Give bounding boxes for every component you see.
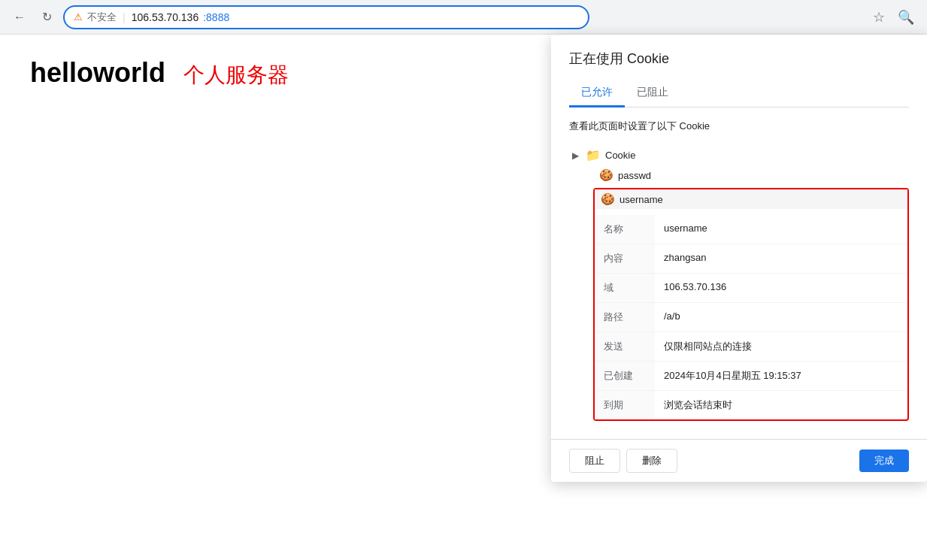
panel-header: 正在使用 Cookie 已允许 已阻止 <box>551 35 927 107</box>
warning-icon: ⚠ <box>74 11 83 23</box>
panel-footer: 阻止 删除 完成 <box>551 439 927 482</box>
cookie-icon-passwd: 🍪 <box>599 168 613 182</box>
back-icon: ← <box>14 11 26 24</box>
search-button[interactable]: 🔍 <box>894 5 918 29</box>
cookie-tree: ▶ 📁 Cookie 🍪 passwd 🍪 userna <box>569 145 909 421</box>
cookie-item-username-label: username <box>620 194 663 205</box>
url-port: :8888 <box>203 11 229 23</box>
detail-row-send: 发送 仅限相同站点的连接 <box>595 332 907 362</box>
detail-label-domain: 域 <box>595 274 655 302</box>
reload-icon: ↻ <box>42 10 52 24</box>
detail-label-expires: 到期 <box>595 391 655 419</box>
selected-group: 🍪 username 名称 username 内容 zhangsan <box>593 188 909 421</box>
panel-tabs: 已允许 已阻止 <box>569 80 909 107</box>
detail-label-created: 已创建 <box>595 362 655 390</box>
folder-icon: 📁 <box>586 148 601 162</box>
bookmark-icon: ☆ <box>873 9 885 26</box>
back-button[interactable]: ← <box>9 7 30 28</box>
detail-row-expires: 到期 浏览会话结束时 <box>595 391 907 419</box>
detail-row-content: 内容 zhangsan <box>595 244 907 274</box>
detail-value-created: 2024年10月4日星期五 19:15:37 <box>655 362 907 390</box>
detail-value-domain: 106.53.70.136 <box>655 274 907 302</box>
detail-row-path: 路径 /a/b <box>595 303 907 332</box>
folder-arrow-icon: ▶ <box>569 150 581 161</box>
detail-label-content: 内容 <box>595 244 655 273</box>
detail-value-expires: 浏览会话结束时 <box>655 391 907 419</box>
detail-value-path: /a/b <box>655 303 907 331</box>
tab-blocked[interactable]: 已阻止 <box>625 80 680 107</box>
insecure-label: 不安全 <box>87 11 117 24</box>
search-icon: 🔍 <box>898 9 914 26</box>
cookie-item-username[interactable]: 🍪 username <box>595 189 907 209</box>
address-bar[interactable]: ⚠ 不安全 | 106.53.70.136:8888 <box>63 5 589 29</box>
block-button[interactable]: 阻止 <box>569 449 620 473</box>
detail-row-created: 已创建 2024年10月4日星期五 19:15:37 <box>595 362 907 391</box>
tab-allowed[interactable]: 已允许 <box>569 80 625 107</box>
delete-button[interactable]: 删除 <box>626 449 677 473</box>
panel-body: 查看此页面时设置了以下 Cookie ▶ 📁 Cookie 🍪 passwd <box>569 107 909 433</box>
detail-row-name: 名称 username <box>595 215 907 244</box>
site-subtitle: 个人服务器 <box>183 63 289 86</box>
url-separator: | <box>123 11 126 23</box>
reload-button[interactable]: ↻ <box>36 7 57 28</box>
cookie-panel: 正在使用 Cookie 已允许 已阻止 查看此页面时设置了以下 Cookie ▶… <box>551 35 927 482</box>
detail-value-name: username <box>655 215 907 244</box>
bookmark-button[interactable]: ☆ <box>867 5 891 29</box>
detail-value-content: zhangsan <box>655 244 907 273</box>
browser-chrome: ← ↻ ⚠ 不安全 | 106.53.70.136:8888 ☆ 🔍 <box>0 0 927 35</box>
footer-left-buttons: 阻止 删除 <box>569 449 677 473</box>
detail-row-domain: 域 106.53.70.136 <box>595 274 907 303</box>
folder-label: Cookie <box>605 150 635 161</box>
panel-scroll-area[interactable]: 查看此页面时设置了以下 Cookie ▶ 📁 Cookie 🍪 passwd <box>551 107 927 439</box>
cookie-item-passwd[interactable]: 🍪 passwd <box>593 165 909 185</box>
detail-value-send: 仅限相同站点的连接 <box>655 332 907 361</box>
cookie-icon-username: 🍪 <box>601 192 615 206</box>
done-button[interactable]: 完成 <box>859 450 909 472</box>
detail-label-name: 名称 <box>595 215 655 244</box>
cookie-folder[interactable]: ▶ 📁 Cookie <box>569 145 909 165</box>
detail-label-path: 路径 <box>595 303 655 331</box>
panel-description: 查看此页面时设置了以下 Cookie <box>569 120 909 133</box>
site-title: helloworld <box>30 57 165 89</box>
panel-title: 正在使用 Cookie <box>569 50 909 68</box>
detail-label-send: 发送 <box>595 332 655 361</box>
url-host: 106.53.70.136 <box>132 11 199 23</box>
tree-children: 🍪 passwd 🍪 username 名称 u <box>593 165 909 421</box>
toolbar-icons: ☆ 🔍 <box>867 5 918 29</box>
cookie-item-passwd-label: passwd <box>618 170 651 181</box>
cookie-details-table: 名称 username 内容 zhangsan 域 106.53.70.136 <box>595 215 907 419</box>
